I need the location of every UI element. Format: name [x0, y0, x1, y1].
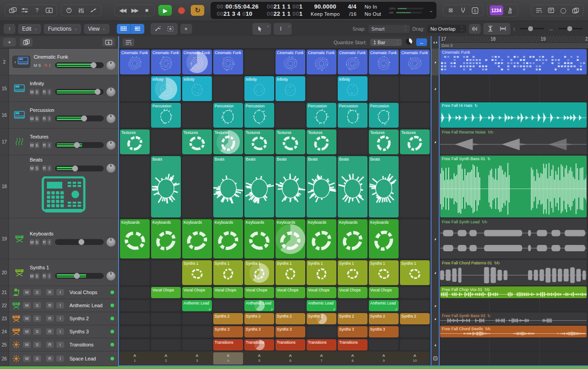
- view-menu[interactable]: View⌄: [84, 24, 110, 34]
- record-enable-button[interactable]: R: [46, 355, 54, 362]
- volume-slider[interactable]: [55, 115, 104, 121]
- drag-select[interactable]: No Overlap⌃⌄: [427, 25, 466, 33]
- input-monitor-button[interactable]: I: [47, 115, 51, 122]
- input-monitor-button[interactable]: I: [56, 355, 64, 362]
- region-free-fall-reverse-noise[interactable]: Free Fall Reverse Noise↻↻: [440, 129, 587, 154]
- loop-cell-textures-4[interactable]: Textures: [213, 129, 243, 154]
- snap-select[interactable]: Smart⌃⌄: [368, 25, 410, 33]
- loop-cell-synths-1-6[interactable]: Synths 1: [276, 260, 305, 285]
- record-enable-button[interactable]: R: [42, 142, 46, 148]
- mute-button[interactable]: M: [23, 302, 31, 309]
- region-cinematic-funk[interactable]: Cinematic Funk: [440, 49, 587, 74]
- input-monitor-button[interactable]: I: [47, 165, 51, 171]
- loop-cell-keyboards-9[interactable]: Keyboards: [369, 219, 399, 258]
- browsers-icon[interactable]: ♪: [570, 6, 581, 15]
- mute-button[interactable]: M: [23, 355, 31, 362]
- cycle-button[interactable]: ↻: [191, 5, 204, 16]
- loop-cell-transitions-7[interactable]: Transitions: [307, 339, 336, 351]
- loop-cell-synths-1-5[interactable]: Synths 1: [244, 260, 274, 285]
- lcd-io[interactable]: No InNo Out: [361, 3, 386, 18]
- record-enable-button[interactable]: R: [42, 89, 46, 95]
- loop-cell-cinematic-funk-6[interactable]: Cinematic Funk: [276, 50, 305, 74]
- region-free-fall-synth-bass-01[interactable]: Free Fall Synth Bass 01↻: [440, 156, 587, 217]
- solo-button[interactable]: S: [38, 62, 41, 69]
- loop-cell-synths-1-4[interactable]: Synths 1: [213, 260, 243, 285]
- loop-cell-textures-3[interactable]: Textures: [182, 129, 212, 154]
- input-monitor-button[interactable]: I: [47, 89, 51, 95]
- empty-cell[interactable]: [369, 339, 399, 351]
- track-header[interactable]: 20Synths 1MSRI: [0, 259, 118, 286]
- loop-cell-infinity-2[interactable]: Infinity: [151, 76, 181, 101]
- cell-progress-icon[interactable]: ◑: [433, 342, 438, 348]
- scene-trigger-5[interactable]: ^5: [244, 352, 274, 364]
- empty-cell[interactable]: [182, 339, 212, 351]
- region-free-fall-hi-hats[interactable]: Free Fall Hi Hats↻: [440, 102, 587, 128]
- loop-cell-beats-4[interactable]: Beats: [213, 156, 243, 217]
- volume-slider[interactable]: [55, 166, 104, 171]
- empty-cell[interactable]: [400, 103, 430, 128]
- loop-cell-keyboards-1[interactable]: Keyboards: [120, 219, 150, 258]
- empty-cell[interactable]: [182, 326, 212, 337]
- mixer-icon[interactable]: [76, 6, 87, 15]
- automation-icon[interactable]: [88, 6, 99, 15]
- horizontal-auto-zoom-icon[interactable]: [497, 24, 509, 34]
- loop-cell-cinematic-funk-2[interactable]: Cinematic Funk: [151, 50, 181, 74]
- empty-cell[interactable]: [338, 129, 368, 154]
- empty-cell[interactable]: [151, 326, 181, 337]
- loop-cell-synths-2-7[interactable]: Synths 2: [307, 313, 336, 324]
- track-header[interactable]: 25MSRITransitions: [0, 338, 118, 351]
- loop-cell-anthemic-lead-9[interactable]: Anthemic Lead♪: [369, 300, 399, 311]
- inspector-icon[interactable]: [44, 6, 55, 15]
- track-header[interactable]: 21MSRIVocal Chops: [0, 286, 118, 299]
- solo-button[interactable]: S: [35, 142, 39, 148]
- loop-cell-keyboards-3[interactable]: Keyboards: [182, 219, 212, 258]
- grid-mode-icon[interactable]: [433, 356, 437, 360]
- track-on-indicator[interactable]: [110, 291, 114, 294]
- empty-cell[interactable]: [338, 300, 368, 311]
- empty-cell[interactable]: [151, 300, 181, 311]
- loop-cell-textures-6[interactable]: Textures: [276, 129, 305, 154]
- record-enable-button[interactable]: R: [46, 341, 54, 348]
- solo-button[interactable]: S: [33, 302, 41, 309]
- hide-inspector-button[interactable]: [102, 38, 115, 46]
- empty-cell[interactable]: [182, 156, 212, 217]
- loop-cell-synths-3-5[interactable]: Synths 3: [244, 326, 274, 337]
- loop-cell-synths-2-9[interactable]: Synths 2: [369, 313, 399, 324]
- vertical-auto-zoom-icon[interactable]: [485, 24, 496, 34]
- loop-cell-anthemic-lead-7[interactable]: Anthemic Lead♪: [307, 300, 336, 311]
- grid-expand-button[interactable]: ↔: [416, 38, 427, 46]
- track-on-indicator[interactable]: [110, 304, 114, 307]
- empty-cell[interactable]: [120, 300, 150, 311]
- lcd-time-signature[interactable]: 4/4/16: [344, 3, 361, 18]
- loop-cell-synths-1-8[interactable]: Synths 1: [338, 260, 368, 285]
- pointer-tool-menu[interactable]: ⌄: [253, 23, 271, 35]
- divider-header-icon[interactable]: [432, 36, 439, 49]
- solo-button[interactable]: S: [33, 355, 41, 362]
- horizontal-zoom-slider[interactable]: [558, 28, 583, 29]
- scene-trigger-7[interactable]: ^7: [307, 352, 336, 364]
- smart-controls-icon[interactable]: [64, 6, 74, 15]
- track-header[interactable]: 26MSRISpace Lead: [0, 351, 118, 366]
- loop-cell-synths-2-4[interactable]: Synths 2: [213, 313, 243, 324]
- track-header[interactable]: 23MSRISynths 2: [0, 312, 118, 325]
- record-button[interactable]: [175, 7, 187, 14]
- quick-help-icon[interactable]: ?: [32, 6, 42, 15]
- loop-cell-keyboards-4[interactable]: Keyboards: [213, 219, 243, 258]
- loop-cell-synths-1-9[interactable]: Synths 1: [369, 260, 399, 285]
- empty-cell[interactable]: [151, 339, 181, 351]
- mute-button[interactable]: M: [34, 62, 37, 69]
- stop-all-icon[interactable]: ⊠: [446, 6, 456, 15]
- solo-button[interactable]: S: [35, 239, 39, 245]
- loop-cell-textures-1[interactable]: Textures: [120, 129, 150, 154]
- input-monitor-button[interactable]: I: [56, 315, 64, 322]
- mute-button[interactable]: M: [23, 315, 31, 322]
- loop-cell-cinematic-funk-10[interactable]: Cinematic Funk: [400, 50, 430, 74]
- loop-cell-percussion-8[interactable]: Percussion: [338, 103, 368, 128]
- region-free-fall-chord-patterns-01[interactable]: Free Fall Chord Patterns 01↻↻: [440, 260, 587, 285]
- region-free-fall-synth-lead[interactable]: Free Fall Synth Lead↻↻: [440, 219, 587, 258]
- mute-button[interactable]: M: [30, 115, 34, 122]
- empty-cell[interactable]: [307, 326, 336, 337]
- loop-cell-cinematic-funk-9[interactable]: Cinematic Funk: [369, 50, 399, 74]
- input-monitor-button[interactable]: I: [47, 273, 51, 279]
- record-enable-button[interactable]: R: [42, 239, 46, 245]
